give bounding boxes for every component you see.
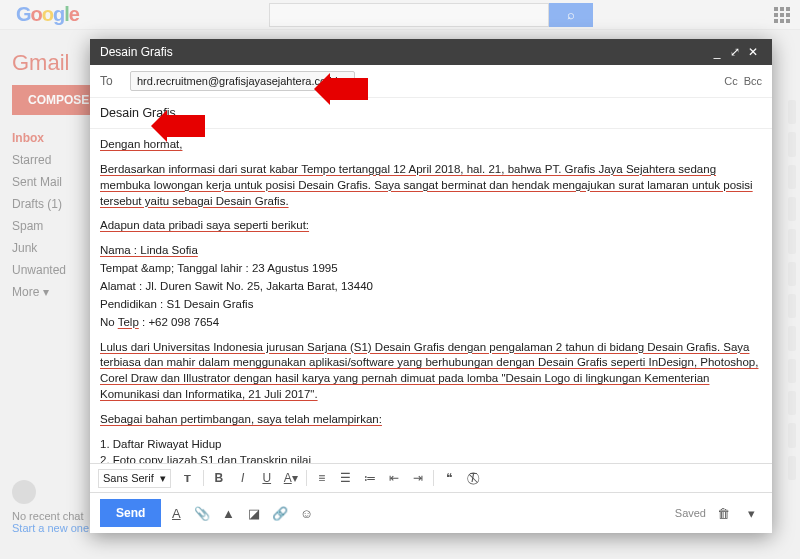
annotation-arrow-to (328, 78, 368, 100)
photo-icon[interactable]: ◪ (243, 503, 265, 523)
body-addr: Alamat : Jl. Duren Sawit No. 25, Jakarta… (100, 279, 762, 295)
align-icon[interactable]: ≡ (311, 468, 333, 488)
recipient-email: hrd.recruitmen@grafisjayasejahtera.co.id (137, 75, 338, 87)
search-icon: ⌕ (567, 7, 575, 22)
more-options-icon[interactable]: ▾ (740, 503, 762, 523)
close-icon[interactable]: ✕ (744, 45, 762, 59)
body-salutation: Dengan hormat, (100, 138, 182, 150)
format-toggle-icon[interactable]: A (165, 503, 187, 523)
divider (203, 470, 204, 486)
font-family-picker[interactable]: Sans Serif ▾ (98, 469, 171, 488)
font-size-icon[interactable]: 𝗧 (177, 468, 199, 488)
clear-format-icon[interactable]: T⃠ (462, 468, 484, 488)
emoji-icon[interactable]: ☺ (295, 503, 317, 523)
body-para2: Adapun data pribadi saya seperti berikut… (100, 219, 309, 231)
chat-panel: No recent chat Start a new one (12, 480, 89, 534)
text-color-icon[interactable]: A▾ (280, 468, 302, 488)
send-button[interactable]: Send (100, 499, 161, 527)
chevron-down-icon: ▾ (160, 472, 166, 485)
body-para3: Lulus dari Universitas Indonesia jurusan… (100, 341, 758, 401)
compose-title: Desain Grafis (100, 45, 708, 59)
attach-1: 1. Daftar Riwayat Hidup (100, 437, 762, 453)
attachment-list: 1. Daftar Riwayat Hidup 2. Foto copy Ija… (100, 437, 762, 463)
divider (306, 470, 307, 486)
indent-more-icon[interactable]: ⇥ (407, 468, 429, 488)
compose-dialog: Desain Grafis _ ⤢ ✕ To hrd.recruitmen@gr… (90, 39, 772, 533)
body-edu: Pendidikan : S1 Desain Grafis (100, 297, 762, 313)
attach-icon[interactable]: 📎 (191, 503, 213, 523)
minimize-icon[interactable]: _ (708, 45, 726, 59)
body-birth: Tempat &amp; Tanggal lahir : 23 Agustus … (100, 261, 762, 277)
underline-icon[interactable]: U (256, 468, 278, 488)
drive-icon[interactable]: ▲ (217, 503, 239, 523)
body-para1: Berdasarkan informasi dari surat kabar T… (100, 163, 753, 207)
body-name: Nama : Linda Sofia (100, 244, 198, 256)
body-para4: Sebagai bahan pertimbangan, saya telah m… (100, 413, 382, 425)
chat-empty-1: No recent chat (12, 510, 89, 522)
gmail-brand: Gmail (12, 50, 69, 76)
italic-icon[interactable]: I (232, 468, 254, 488)
divider (433, 470, 434, 486)
formatting-toolbar: Sans Serif ▾ 𝗧 B I U A▾ ≡ ☰ ≔ ⇤ ⇥ ❝ T⃠ (90, 463, 772, 492)
bulleted-list-icon[interactable]: ≔ (359, 468, 381, 488)
search-input[interactable] (269, 3, 549, 27)
bold-icon[interactable]: B (208, 468, 230, 488)
send-row: Send A 📎 ▲ ◪ 🔗 ☺ Saved 🗑 ▾ (90, 492, 772, 533)
numbered-list-icon[interactable]: ☰ (335, 468, 357, 488)
search-area: ⌕ (269, 3, 593, 27)
bcc-link[interactable]: Bcc (744, 75, 762, 87)
attach-2: 2. Foto copy Ijazah S1 dan Transkrip nil… (100, 453, 762, 463)
expand-icon[interactable]: ⤢ (726, 45, 744, 59)
trash-icon[interactable]: 🗑 (712, 503, 734, 523)
indent-less-icon[interactable]: ⇤ (383, 468, 405, 488)
search-button[interactable]: ⌕ (549, 3, 593, 27)
chat-start-link[interactable]: Start a new one (12, 522, 89, 534)
compose-header: Desain Grafis _ ⤢ ✕ (90, 39, 772, 65)
to-row[interactable]: To hrd.recruitmen@grafisjayasejahtera.co… (90, 65, 772, 98)
to-label: To (100, 74, 122, 88)
top-bar: Google ⌕ (0, 0, 800, 30)
annotation-arrow-subject (165, 115, 205, 137)
mail-list-bg (788, 100, 796, 480)
cc-link[interactable]: Cc (724, 75, 737, 87)
quote-icon[interactable]: ❝ (438, 468, 460, 488)
saved-label: Saved (675, 507, 706, 519)
avatar (12, 480, 36, 504)
apps-icon[interactable] (774, 7, 790, 23)
compose-body[interactable]: Dengan hormat, Berdasarkan informasi dar… (90, 129, 772, 463)
font-family-label: Sans Serif (103, 472, 154, 484)
google-logo: Google (16, 3, 79, 26)
link-icon[interactable]: 🔗 (269, 503, 291, 523)
